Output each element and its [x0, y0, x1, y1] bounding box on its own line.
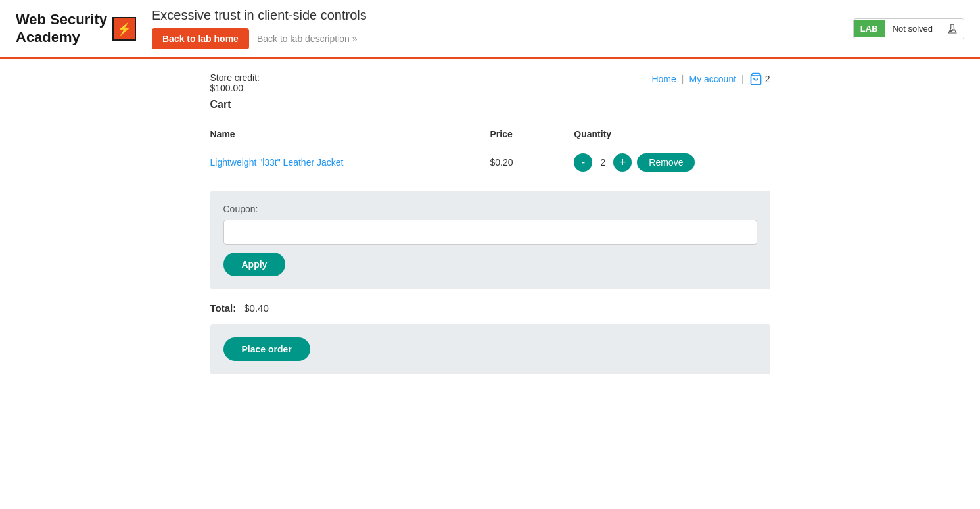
- total-value: $0.40: [244, 303, 269, 314]
- lab-status-badge: LAB Not solved: [853, 18, 964, 39]
- page-header: Web SecurityAcademy ⚡ Excessive trust in…: [0, 0, 980, 59]
- logo-area: Web SecurityAcademy ⚡: [16, 11, 136, 46]
- total-row: Total: $0.40: [210, 303, 770, 314]
- store-nav-bar: Store credit: $100.00 Cart Home | My acc…: [210, 72, 770, 110]
- cart-icon-area[interactable]: 2: [749, 72, 770, 85]
- nav-separator-2: |: [741, 74, 744, 84]
- coupon-section: Coupon: Apply: [210, 191, 770, 289]
- coupon-label: Coupon:: [223, 204, 757, 214]
- header-nav: Back to lab home Back to lab description…: [152, 28, 853, 49]
- remove-button[interactable]: Remove: [637, 153, 695, 172]
- main-content: Store credit: $100.00 Cart Home | My acc…: [195, 59, 786, 387]
- back-to-description-link[interactable]: Back to lab description »: [257, 34, 358, 44]
- lab-title: Excessive trust in client-side controls: [152, 8, 853, 23]
- header-title-area: Excessive trust in client-side controls …: [152, 8, 853, 49]
- coupon-input[interactable]: [223, 220, 757, 245]
- logo-icon: ⚡: [112, 17, 136, 41]
- store-credit-label: Store credit:: [210, 72, 260, 83]
- qty-minus-button[interactable]: -: [574, 153, 592, 172]
- qty-controls: - 2 + Remove: [574, 153, 770, 172]
- svg-point-0: [950, 30, 952, 32]
- product-qty-cell: - 2 + Remove: [574, 145, 770, 180]
- flask-icon: [941, 19, 964, 39]
- cart-heading: Cart: [210, 99, 260, 110]
- product-name-link[interactable]: Lightweight "l33t" Leather Jacket: [210, 157, 344, 168]
- col-header-qty: Quantity: [574, 124, 770, 145]
- svg-point-1: [952, 29, 954, 30]
- qty-value: 2: [597, 157, 608, 168]
- store-credit-value: $100.00: [210, 83, 260, 93]
- nav-links: Home | My account | 2: [651, 72, 770, 85]
- apply-button[interactable]: Apply: [223, 253, 286, 276]
- place-order-section: Place order: [210, 324, 770, 374]
- lab-badge: LAB: [854, 20, 885, 37]
- cart-table: Name Price Quantity Lightweight "l33t" L…: [210, 124, 770, 180]
- cart-count: 2: [765, 74, 770, 84]
- logo-text: Web SecurityAcademy: [16, 11, 107, 46]
- total-label: Total:: [210, 303, 237, 314]
- qty-plus-button[interactable]: +: [613, 153, 632, 172]
- product-price-cell: $0.20: [490, 145, 574, 180]
- nav-separator-1: |: [682, 74, 684, 84]
- product-name-cell: Lightweight "l33t" Leather Jacket: [210, 145, 490, 180]
- home-link[interactable]: Home: [651, 74, 676, 84]
- product-price: $0.20: [490, 157, 513, 168]
- col-header-name: Name: [210, 124, 490, 145]
- col-header-price: Price: [490, 124, 574, 145]
- back-to-lab-home-button[interactable]: Back to lab home: [152, 28, 249, 49]
- table-row: Lightweight "l33t" Leather Jacket $0.20 …: [210, 145, 770, 180]
- my-account-link[interactable]: My account: [689, 74, 736, 84]
- lab-not-solved-text: Not solved: [885, 20, 941, 37]
- place-order-button[interactable]: Place order: [223, 337, 310, 361]
- cart-icon: [749, 72, 762, 85]
- store-credit-area: Store credit: $100.00 Cart: [210, 72, 260, 110]
